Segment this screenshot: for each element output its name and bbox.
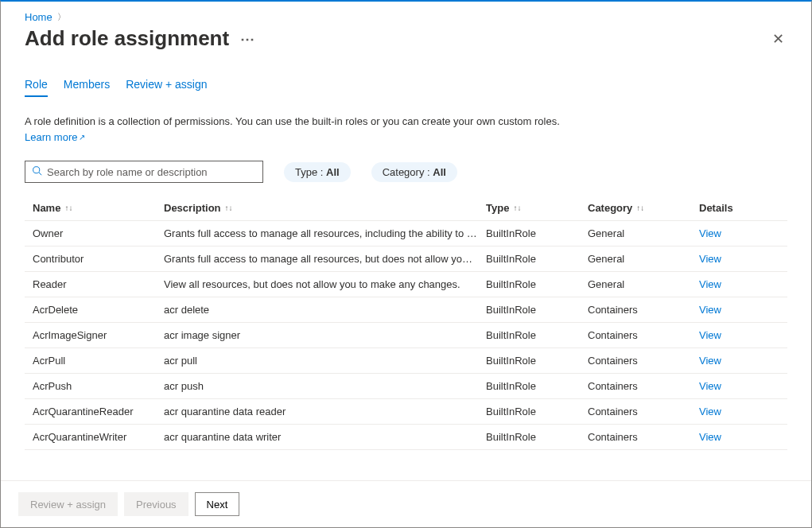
external-link-icon: ↗: [79, 131, 85, 143]
table-row[interactable]: AcrDeleteacr deleteBuiltInRoleContainers…: [25, 297, 787, 323]
previous-button: Previous: [124, 492, 188, 516]
table-body: OwnerGrants full access to manage all re…: [25, 221, 787, 450]
footer-bar: Review + assign Previous Next: [1, 480, 811, 527]
cell-type: BuiltInRole: [486, 304, 588, 316]
chevron-right-icon: 〉: [57, 11, 66, 23]
cell-type: BuiltInRole: [486, 406, 588, 417]
main-content: Home 〉 Add role assignment ⋯ ✕ Role Memb…: [1, 2, 811, 480]
table-row[interactable]: AcrQuarantineWriteracr quarantine data w…: [25, 425, 787, 450]
search-icon: [32, 165, 42, 178]
filter-category-label: Category :: [383, 166, 433, 178]
cell-name: Reader: [33, 278, 164, 290]
breadcrumb: Home 〉: [25, 11, 787, 23]
cell-category: Containers: [588, 380, 699, 392]
learn-more-link[interactable]: Learn more ↗: [25, 130, 85, 146]
cell-name: Contributor: [33, 253, 164, 265]
filter-type-value: All: [326, 166, 340, 178]
info-text-content: A role definition is a collection of per…: [25, 115, 560, 127]
view-link[interactable]: View: [699, 227, 721, 239]
cell-name: AcrQuarantineWriter: [33, 431, 164, 443]
cell-name: AcrDelete: [33, 304, 164, 316]
view-link[interactable]: View: [699, 253, 721, 265]
table-row[interactable]: AcrQuarantineReaderacr quarantine data r…: [25, 399, 787, 425]
sort-icon: ↑↓: [636, 204, 644, 212]
table-row[interactable]: ReaderView all resources, but does not a…: [25, 272, 787, 297]
filter-category-value: All: [433, 166, 446, 178]
filter-type-pill[interactable]: Type : All: [284, 162, 351, 182]
cell-name: AcrImageSigner: [33, 329, 164, 341]
review-assign-button: Review + assign: [18, 492, 118, 516]
view-link[interactable]: View: [699, 329, 721, 341]
table-row[interactable]: ContributorGrants full access to manage …: [25, 247, 787, 272]
cell-description: View all resources, but does not allow y…: [164, 278, 486, 290]
cell-category: Containers: [588, 329, 699, 341]
breadcrumb-home[interactable]: Home: [25, 11, 52, 23]
tabs: Role Members Review + assign: [25, 78, 787, 98]
view-link[interactable]: View: [699, 406, 721, 417]
cell-description: acr quarantine data reader: [164, 406, 486, 417]
svg-line-1: [39, 173, 41, 175]
filter-type-label: Type :: [295, 166, 326, 178]
svg-point-0: [33, 167, 40, 173]
cell-name: AcrPush: [33, 380, 164, 392]
search-box[interactable]: [25, 161, 263, 183]
sort-icon: ↑↓: [64, 204, 72, 212]
cell-description: acr pull: [164, 355, 486, 367]
cell-category: Containers: [588, 406, 699, 417]
column-header-name[interactable]: Name↑↓: [33, 202, 164, 214]
cell-description: acr quarantine data writer: [164, 431, 486, 443]
cell-description: acr push: [164, 380, 486, 392]
info-text: A role definition is a collection of per…: [25, 114, 581, 145]
cell-name: AcrQuarantineReader: [33, 406, 164, 417]
column-header-details: Details: [699, 202, 779, 214]
cell-name: Owner: [33, 227, 164, 239]
view-link[interactable]: View: [699, 304, 721, 316]
cell-category: General: [588, 227, 699, 239]
table-row[interactable]: AcrPushacr pushBuiltInRoleContainersView: [25, 374, 787, 399]
close-icon[interactable]: ✕: [769, 29, 787, 49]
view-link[interactable]: View: [699, 355, 721, 367]
filter-category-pill[interactable]: Category : All: [371, 162, 457, 182]
search-input[interactable]: [47, 166, 256, 178]
table-header: Name↑↓ Description↑↓ Type↑↓ Category↑↓ D…: [25, 196, 787, 221]
filter-row: Type : All Category : All: [25, 161, 787, 183]
column-header-category[interactable]: Category↑↓: [588, 202, 699, 214]
cell-category: General: [588, 253, 699, 265]
sort-icon: ↑↓: [513, 204, 521, 212]
column-header-type[interactable]: Type↑↓: [486, 202, 588, 214]
cell-name: AcrPull: [33, 355, 164, 367]
cell-type: BuiltInRole: [486, 227, 588, 239]
cell-description: Grants full access to manage all resourc…: [164, 227, 486, 239]
view-link[interactable]: View: [699, 431, 721, 443]
cell-description: Grants full access to manage all resourc…: [164, 253, 486, 265]
table-row[interactable]: OwnerGrants full access to manage all re…: [25, 221, 787, 247]
cell-type: BuiltInRole: [486, 355, 588, 367]
page-title-text: Add role assignment: [25, 26, 229, 51]
more-icon[interactable]: ⋯: [240, 30, 255, 48]
tab-role[interactable]: Role: [25, 78, 48, 97]
cell-category: Containers: [588, 304, 699, 316]
view-link[interactable]: View: [699, 278, 721, 290]
cell-type: BuiltInRole: [486, 431, 588, 443]
table-row[interactable]: AcrImageSigneracr image signerBuiltInRol…: [25, 323, 787, 348]
page-title: Add role assignment ⋯: [25, 26, 255, 51]
cell-type: BuiltInRole: [486, 380, 588, 392]
tab-review[interactable]: Review + assign: [126, 78, 207, 97]
next-button[interactable]: Next: [195, 492, 240, 516]
view-link[interactable]: View: [699, 380, 721, 392]
cell-description: acr delete: [164, 304, 486, 316]
cell-type: BuiltInRole: [486, 329, 588, 341]
tab-members[interactable]: Members: [64, 78, 110, 97]
roles-table: Name↑↓ Description↑↓ Type↑↓ Category↑↓ D…: [25, 196, 787, 450]
cell-category: Containers: [588, 431, 699, 443]
cell-category: Containers: [588, 355, 699, 367]
column-header-description[interactable]: Description↑↓: [164, 202, 486, 214]
table-row[interactable]: AcrPullacr pullBuiltInRoleContainersView: [25, 348, 787, 374]
cell-type: BuiltInRole: [486, 253, 588, 265]
cell-description: acr image signer: [164, 329, 486, 341]
cell-type: BuiltInRole: [486, 278, 588, 290]
sort-icon: ↑↓: [225, 204, 233, 212]
learn-more-label: Learn more: [25, 130, 77, 146]
cell-category: General: [588, 278, 699, 290]
